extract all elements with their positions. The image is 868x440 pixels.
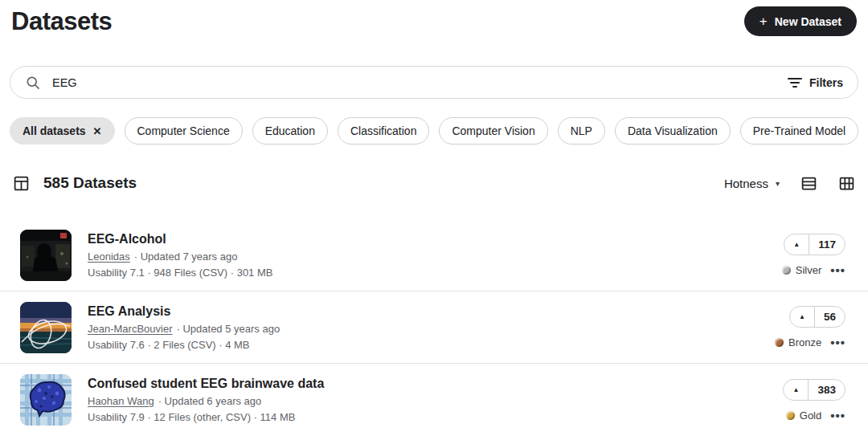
vote-count[interactable]: 117: [809, 234, 845, 255]
dataset-list: EEG-Alcohol Leonidas · Updated 7 years a…: [0, 219, 868, 436]
table-icon: [13, 175, 30, 192]
plus-icon: +: [760, 14, 768, 28]
dataset-actions: ▲ 56 Bronze •••: [775, 306, 855, 348]
vote-count[interactable]: 56: [815, 307, 845, 327]
filters-label: Filters: [809, 76, 843, 89]
gold-medal-icon: [786, 411, 795, 420]
close-icon[interactable]: ✕: [93, 125, 102, 137]
dataset-updated: · Updated 6 years ago: [158, 395, 262, 407]
dataset-meta: Usability 7.1 · 948 Files (CSV) · 301 MB: [88, 267, 272, 279]
dataset-thumbnail[interactable]: [20, 302, 72, 353]
new-dataset-button[interactable]: + New Dataset: [744, 6, 857, 36]
sort-label: Hotness: [724, 177, 768, 190]
page-header: Datasets + New Dataset: [0, 0, 868, 40]
medal-line: Gold •••: [786, 409, 845, 422]
dataset-subtitle: Jean-MarcBouvier · Updated 5 years ago: [88, 323, 280, 335]
list-view-icon: [800, 175, 817, 192]
dataset-thumbnail[interactable]: [20, 230, 72, 281]
chip-label: Data Visualization: [628, 124, 718, 137]
dataset-info: EEG Analysis Jean-MarcBouvier · Updated …: [88, 304, 280, 351]
dataset-author[interactable]: Haohan Wang: [88, 395, 154, 407]
chip-classification[interactable]: Classification: [338, 117, 429, 145]
medal-line: Bronze •••: [775, 336, 845, 348]
chip-label: All datasets: [23, 124, 86, 137]
dataset-title[interactable]: EEG-Alcohol: [88, 232, 272, 246]
chip-label: NLP: [571, 124, 592, 137]
dataset-row: EEG-Alcohol Leonidas · Updated 7 years a…: [0, 219, 868, 291]
dataset-updated: · Updated 5 years ago: [177, 323, 280, 335]
chip-computer-vision[interactable]: Computer Vision: [439, 117, 547, 145]
upvote-button[interactable]: ▲: [790, 307, 815, 327]
dataset-subtitle: Leonidas · Updated 7 years ago: [88, 251, 272, 263]
dataset-author[interactable]: Leonidas: [88, 251, 130, 263]
dataset-row: EEG Analysis Jean-MarcBouvier · Updated …: [0, 291, 868, 364]
dataset-author[interactable]: Jean-MarcBouvier: [88, 323, 173, 335]
medal-label: Silver: [796, 264, 822, 276]
results-header: 585 Datasets Hotness ▾: [13, 174, 855, 192]
dataset-thumbnail[interactable]: [20, 374, 72, 426]
dataset-info: Confused student EEG brainwave data Haoh…: [88, 377, 324, 423]
new-dataset-label: New Dataset: [775, 15, 841, 28]
more-options-icon[interactable]: •••: [830, 409, 845, 422]
sort-dropdown[interactable]: Hotness ▾: [724, 177, 780, 190]
chip-computer-science[interactable]: Computer Science: [125, 117, 243, 145]
results-controls: Hotness ▾: [724, 175, 855, 192]
chip-label: Education: [265, 124, 315, 137]
vote-pill: ▲ 383: [783, 379, 845, 401]
chip-all-datasets[interactable]: All datasets ✕: [10, 117, 115, 145]
filters-button[interactable]: Filters: [788, 76, 843, 89]
chip-nlp[interactable]: NLP: [558, 117, 605, 145]
dataset-meta: Usability 7.6 · 2 Files (CSV) · 4 MB: [88, 339, 280, 351]
search-input[interactable]: [52, 76, 788, 89]
dataset-title[interactable]: EEG Analysis: [88, 304, 280, 319]
chip-label: Pre-Trained Model: [753, 124, 845, 137]
list-view-button[interactable]: [800, 175, 817, 192]
search-icon: [25, 75, 41, 91]
chevron-down-icon: ▾: [776, 179, 780, 188]
dataset-actions: ▲ 383 Gold •••: [783, 379, 855, 422]
bronze-medal-icon: [775, 338, 784, 347]
filter-icon: [788, 77, 802, 88]
search-bar: Filters: [10, 66, 858, 99]
medal-label: Gold: [800, 409, 821, 422]
dataset-info: EEG-Alcohol Leonidas · Updated 7 years a…: [88, 232, 272, 279]
dataset-title[interactable]: Confused student EEG brainwave data: [88, 377, 324, 391]
filter-chips: All datasets ✕ Computer Science Educatio…: [10, 117, 858, 145]
chip-label: Classification: [350, 124, 416, 137]
page-title: Datasets: [11, 6, 112, 37]
grid-view-icon: [838, 175, 855, 192]
dataset-subtitle: Haohan Wang · Updated 6 years ago: [88, 395, 324, 407]
chip-pre-trained-model[interactable]: Pre-Trained Model: [740, 117, 858, 145]
vote-pill: ▲ 56: [789, 306, 845, 328]
upvote-button[interactable]: ▲: [784, 380, 809, 400]
dataset-row: Confused student EEG brainwave data Haoh…: [0, 364, 868, 436]
results-count: 585 Datasets: [43, 174, 137, 192]
dataset-actions: ▲ 117 Silver •••: [782, 234, 855, 276]
vote-count[interactable]: 383: [809, 380, 845, 400]
chip-label: Computer Vision: [452, 124, 534, 137]
chip-data-visualization[interactable]: Data Visualization: [615, 117, 731, 145]
results-count-group: 585 Datasets: [13, 174, 137, 192]
more-options-icon[interactable]: •••: [830, 336, 845, 348]
vote-pill: ▲ 117: [784, 234, 845, 255]
grid-view-button[interactable]: [838, 175, 855, 192]
medal-label: Bronze: [788, 336, 821, 348]
dataset-meta: Usability 7.9 · 12 Files (other, CSV) · …: [88, 411, 324, 423]
medal-line: Silver •••: [782, 264, 845, 276]
upvote-button[interactable]: ▲: [784, 234, 809, 255]
more-options-icon[interactable]: •••: [830, 264, 845, 276]
dataset-updated: · Updated 7 years ago: [134, 251, 238, 263]
chip-education[interactable]: Education: [252, 117, 328, 145]
chip-label: Computer Science: [137, 124, 230, 137]
silver-medal-icon: [782, 266, 791, 275]
